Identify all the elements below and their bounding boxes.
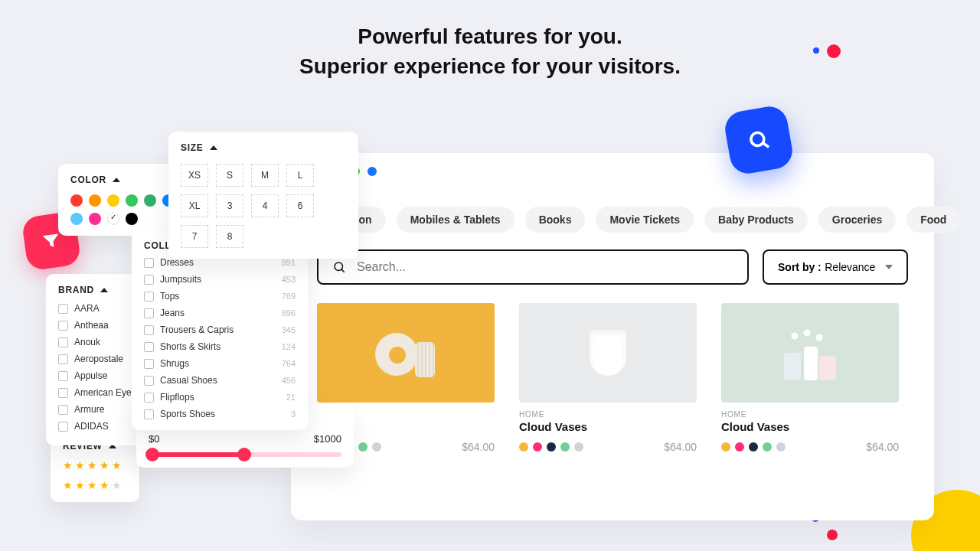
checkbox-icon — [144, 409, 154, 419]
chevron-up-icon[interactable] — [210, 145, 217, 150]
collection-count: 345 — [282, 325, 296, 334]
size-option[interactable]: XL — [181, 194, 208, 217]
color-swatch[interactable] — [70, 213, 83, 225]
tab-movie-tickets[interactable]: Movie Tickets — [596, 207, 694, 233]
collection-label: Sports Shoes — [160, 409, 215, 419]
price-slider-min-thumb[interactable] — [145, 448, 159, 461]
product-category: HOME — [519, 410, 697, 419]
checkbox-icon — [58, 371, 68, 381]
brand-label: AARA — [74, 303, 100, 314]
checkbox-icon — [144, 292, 154, 302]
collection-option[interactable]: Sports Shoes3 — [144, 409, 296, 419]
price-slider[interactable] — [149, 452, 341, 457]
collection-option[interactable]: Flipflops21 — [144, 392, 296, 403]
product-card[interactable]: HOME Cloud Vases $64.00 — [721, 303, 899, 453]
chevron-up-icon[interactable] — [113, 178, 120, 182]
tab-baby-products[interactable]: Baby Products — [704, 207, 808, 233]
collection-label: Trousers & Capris — [160, 324, 234, 335]
sort-value: Relevance — [825, 261, 875, 273]
product-thumbnail — [721, 303, 899, 403]
collection-option[interactable]: Tops789 — [144, 291, 296, 302]
color-swatch[interactable] — [144, 194, 156, 207]
brand-label: ADIDAS — [74, 421, 109, 432]
collection-label: Jumpsuits — [160, 274, 201, 285]
size-option[interactable]: S — [216, 164, 243, 187]
decorative-dot — [827, 44, 841, 58]
brand-label: American Eye — [74, 387, 132, 398]
collection-option[interactable]: Jumpsuits453 — [144, 274, 296, 285]
checkbox-icon — [58, 388, 68, 398]
checkbox-icon — [144, 275, 154, 285]
size-option[interactable]: XS — [181, 164, 208, 187]
brand-label: Aeropostale — [74, 354, 123, 364]
search-input[interactable] — [357, 260, 733, 274]
tab-mobiles[interactable]: Mobiles & Tablets — [397, 207, 514, 233]
collection-label: Shorts & Skirts — [160, 341, 220, 352]
collection-option[interactable]: Casual Shoes456 — [144, 375, 296, 386]
collection-count: 991 — [282, 258, 296, 267]
filter-color-title: COLOR — [70, 174, 106, 185]
collection-count: 3 — [291, 409, 296, 419]
product-card[interactable]: HOME Cloud Vases $64.00 — [519, 303, 697, 453]
color-swatch[interactable] — [70, 194, 83, 207]
color-swatch[interactable] — [89, 194, 101, 207]
size-option[interactable]: 6 — [286, 194, 314, 217]
checkbox-icon — [58, 304, 68, 314]
category-tabs: Fashion Mobiles & Tablets Books Movie Ti… — [317, 207, 908, 233]
svg-point-2 — [335, 262, 343, 271]
size-option[interactable]: L — [286, 164, 314, 187]
collection-label: Casual Shoes — [160, 375, 217, 386]
collection-option[interactable]: Shorts & Skirts124 — [144, 341, 296, 352]
color-swatch[interactable] — [107, 213, 119, 225]
tab-books[interactable]: Books — [525, 207, 586, 233]
collection-count: 789 — [282, 292, 296, 301]
product-swatches[interactable] — [519, 442, 583, 452]
collection-count: 21 — [286, 393, 296, 402]
search-icon — [723, 104, 795, 177]
collection-label: Jeans — [160, 308, 185, 318]
size-option[interactable]: M — [251, 164, 279, 187]
collection-option[interactable]: Trousers & Capris345 — [144, 324, 296, 335]
search-box[interactable] — [317, 249, 749, 285]
chevron-up-icon[interactable] — [100, 288, 108, 292]
product-thumbnail — [317, 303, 495, 403]
checkbox-icon — [144, 359, 154, 369]
collection-count: 453 — [282, 275, 296, 284]
price-min: $0 — [149, 433, 159, 445]
storefront-panel: Fashion Mobiles & Tablets Books Movie Ti… — [291, 153, 934, 520]
collection-option[interactable]: Jeans896 — [144, 308, 296, 318]
collection-option[interactable]: Dresses991 — [144, 257, 296, 268]
brand-label: Anouk — [74, 337, 100, 347]
filter-collections-card: COLLECTIONS Dresses991Jumpsuits453Tops78… — [132, 230, 308, 430]
review-4-stars[interactable]: ★★★★★ — [63, 479, 127, 491]
size-option[interactable]: 3 — [216, 194, 243, 217]
checkbox-icon — [144, 342, 154, 352]
collection-option[interactable]: Shrugs764 — [144, 358, 296, 369]
size-option[interactable]: 4 — [251, 194, 279, 217]
review-5-stars[interactable]: ★★★★★ — [63, 459, 127, 471]
collection-count: 456 — [282, 376, 296, 385]
product-category: HOME — [721, 410, 899, 419]
size-option[interactable]: 7 — [181, 225, 208, 248]
collection-count: 896 — [282, 308, 296, 318]
svg-line-3 — [341, 269, 345, 272]
tab-food[interactable]: Food — [906, 207, 960, 233]
checkbox-icon — [58, 321, 68, 331]
collection-count: 124 — [282, 342, 296, 351]
color-swatch[interactable] — [126, 213, 138, 225]
checkbox-icon — [144, 308, 154, 318]
product-price: $64.00 — [866, 441, 899, 453]
price-slider-max-thumb[interactable] — [237, 448, 251, 461]
checkbox-icon — [144, 258, 154, 268]
product-price: $64.00 — [664, 441, 697, 453]
color-swatch[interactable] — [107, 194, 119, 207]
sort-dropdown[interactable]: Sort by : Relevance — [763, 249, 908, 285]
color-swatch[interactable] — [89, 213, 101, 225]
product-thumbnail — [519, 303, 697, 403]
checkbox-icon — [58, 405, 68, 415]
color-swatch[interactable] — [126, 194, 138, 207]
size-option[interactable]: 8 — [216, 225, 243, 248]
product-swatches[interactable] — [721, 442, 786, 452]
tab-groceries[interactable]: Groceries — [818, 207, 896, 233]
brand-label: Armure — [74, 404, 104, 415]
